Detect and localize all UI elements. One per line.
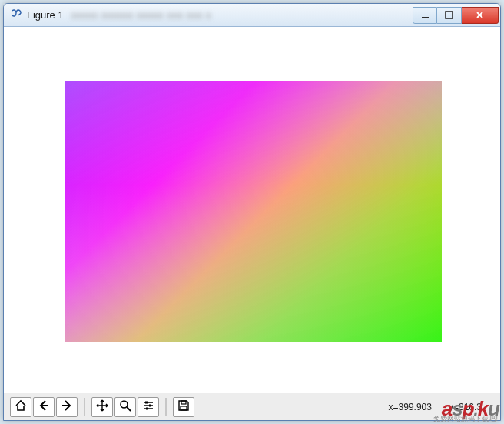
home-button[interactable] (10, 397, 32, 417)
pan-button[interactable] (91, 397, 113, 417)
minimize-button[interactable] (413, 7, 437, 24)
figure-canvas[interactable] (65, 81, 442, 342)
move-icon (96, 399, 108, 415)
maximize-button[interactable] (437, 7, 462, 24)
figure-window: Figure 1 xxxxx xxxxxx xxxxx xxx xxx x (3, 3, 501, 421)
save-button[interactable] (173, 397, 194, 417)
zoom-button[interactable] (114, 397, 136, 417)
toolbar-separator (84, 398, 85, 416)
arrow-right-icon (61, 399, 73, 415)
arrow-left-icon (38, 399, 50, 415)
svg-rect-6 (181, 401, 186, 404)
nav-group-history (10, 397, 78, 417)
cursor-y-readout: y=316.3 (449, 402, 482, 412)
nav-toolbar: x=399.903 y=316.3 (4, 393, 500, 420)
svg-rect-5 (146, 407, 148, 409)
cursor-x-readout: x=399.903 (389, 402, 432, 412)
svg-rect-1 (446, 12, 453, 18)
zoom-icon (119, 399, 131, 415)
nav-group-io (173, 397, 194, 417)
save-icon (177, 399, 190, 415)
close-button[interactable] (462, 7, 499, 24)
svg-point-2 (121, 401, 128, 408)
app-icon (10, 9, 22, 22)
figure-content (4, 27, 500, 393)
window-controls (413, 7, 499, 24)
nav-group-view (91, 397, 159, 417)
configure-button[interactable] (138, 397, 159, 417)
watermark-subtext: 免费网站源码下载吧! (433, 414, 498, 424)
titlebar-blurred-text: xxxxx xxxxxx xxxxx xxx xxx x (71, 10, 413, 21)
svg-rect-0 (422, 17, 429, 18)
svg-rect-4 (149, 404, 151, 406)
svg-rect-3 (145, 401, 148, 403)
toolbar-separator (165, 398, 167, 416)
forward-button[interactable] (56, 397, 78, 417)
svg-rect-7 (181, 406, 187, 410)
window-title: Figure 1 (27, 9, 64, 21)
titlebar: Figure 1 xxxxx xxxxxx xxxxx xxx xxx x (4, 4, 500, 27)
sliders-icon (142, 399, 154, 415)
back-button[interactable] (33, 397, 55, 417)
home-icon (15, 399, 27, 415)
